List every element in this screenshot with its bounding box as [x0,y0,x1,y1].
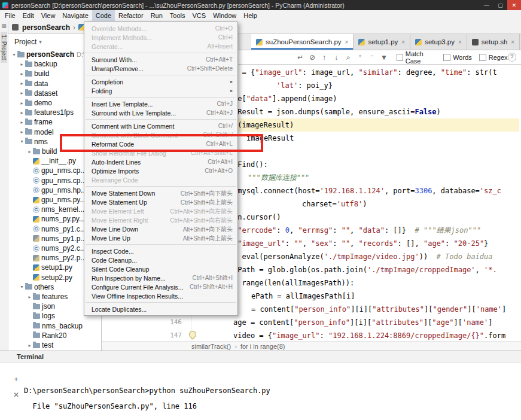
option-match-case[interactable]: Match Case [397,50,436,65]
menu-tools[interactable]: Tools [166,10,189,21]
menu-item-completion[interactable]: Completion▸ [84,77,237,86]
menu-item-show-reformat-file-dialog[interactable]: Show Reformat File DialogCtrl+Alt+Shift+… [84,148,237,157]
menu-item-insert-live-template[interactable]: Insert Live Template...Ctrl+J [84,99,237,108]
tab-setup-sh[interactable]: setup.sh× [467,34,520,50]
collapsed-arrow-icon[interactable]: ▸ [19,90,25,96]
menu-view[interactable]: View [38,10,59,21]
menu-item-comment-with-block-comment[interactable]: Comment with Block CommentCtrl+Shift+/ [84,130,237,139]
menu-item-move-element-right[interactable]: Move Element RightCtrl+Alt+Shift+向右箭头 [84,215,237,224]
tab-setup1-py[interactable]: setup1.py× [354,34,410,50]
checkbox-icon[interactable] [397,54,403,61]
menu-item-move-line-down[interactable]: Move Line DownAlt+Shift+向下箭头 [84,224,237,233]
tab-setup3-py[interactable]: setup3.py× [410,34,467,50]
collapsed-arrow-icon[interactable]: ▸ [19,62,25,67]
menu-item-surround-with[interactable]: Surround With...Ctrl+Alt+T [84,55,237,64]
expanded-arrow-icon[interactable]: ▾ [11,52,17,57]
tab-close-icon[interactable]: × [345,39,349,45]
checkbox-icon[interactable] [443,54,450,61]
code-line: nn.cursor() [233,211,281,224]
menu-item-override-methods[interactable]: Override Methods...Ctrl+O [84,24,237,33]
checkbox-icon[interactable] [479,54,486,61]
find-all-icon[interactable]: ⌕ [344,53,352,62]
close-button[interactable]: ✕ [507,0,521,10]
expanded-arrow-icon[interactable]: ▾ [19,139,25,144]
menu-item-implement-methods[interactable]: Implement Methods...Ctrl+I [84,33,237,42]
collapsed-arrow-icon[interactable]: ▸ [19,81,25,86]
tree-item-test[interactable]: ▸test [8,340,101,350]
menu-item-view-offline-inspection-results[interactable]: View Offline Inspection Results... [84,291,237,300]
terminal-add-button[interactable]: + [12,375,20,384]
menu-item-run-inspection-by-name[interactable]: Run Inspection by Name...Ctrl+Alt+Shift+… [84,273,237,282]
terminal-close-button[interactable]: ✕ [12,391,20,399]
collapsed-arrow-icon[interactable]: ▸ [26,149,33,154]
collapsed-arrow-icon[interactable]: ▸ [26,294,33,300]
collapsed-arrow-icon[interactable]: ▸ [19,129,25,135]
menu-item-reformat-code[interactable]: Reformat CodeCtrl+Alt+L [84,139,237,148]
clear-icon[interactable]: ⊘ [308,53,316,62]
menu-item-move-element-left[interactable]: Move Element LeftCtrl+Alt+Shift+向左箭头 [84,206,237,215]
menu-help[interactable]: Help [240,10,261,21]
option-words[interactable]: Words [443,54,472,61]
collapsed-arrow-icon[interactable]: ▸ [19,71,25,77]
code-token: : [320,331,328,340]
menu-refactor[interactable]: Refactor [115,10,147,21]
tree-item-label: nums_py2.p... [41,254,86,262]
expanded-arrow-icon[interactable]: ▾ [19,284,25,290]
menu-window[interactable]: Window [209,10,240,21]
menu-vcs[interactable]: VCS [189,10,210,21]
menu-code[interactable]: Code [92,10,115,21]
menu-item-surround-with-live-template[interactable]: Surround with Live Template...Ctrl+Alt+J [84,108,237,117]
option-label: Regex [489,54,508,61]
menu-navigate[interactable]: Navigate [59,10,92,21]
breadcrumb-item-for-i-in-range-8[interactable]: for i in range(8) [240,343,285,350]
code-token: = content[ [251,305,294,314]
menu-item-move-statement-up[interactable]: Move Statement UpCtrl+Shift+向上箭头 [84,197,237,206]
prev-occurrence-icon[interactable]: ↑ [320,53,328,62]
tool-windows-icon[interactable]: ▦ [1,23,7,29]
tab-close-icon[interactable]: × [458,39,462,45]
help-icon[interactable]: ? [508,53,516,62]
menu-item-inspect-code[interactable]: Inspect Code... [84,246,237,255]
menu-item-generate[interactable]: Generate...Alt+Insert [84,42,237,51]
collapsed-arrow-icon[interactable]: ▸ [19,101,25,106]
menu-item-auto-indent-lines[interactable]: Auto-Indent LinesCtrl+Alt+I [84,157,237,166]
code-token: "image_url" [237,239,285,248]
filter-icon[interactable]: ▼ [380,53,388,62]
option-regex[interactable]: Regex [479,54,508,61]
menu-file[interactable]: File [1,10,19,21]
tree-item-nms-backup[interactable]: nms_backup [8,321,101,331]
menu-item-rearrange-code[interactable]: Rearrange Code [84,175,237,184]
menu-item-folding[interactable]: Folding▸ [84,86,237,95]
terminal-header[interactable]: Terminal [0,351,521,363]
newline-icon[interactable]: ↵ [296,53,304,62]
breadcrumb-item-similartrack[interactable]: similarTrack() [191,343,231,350]
tab-close-icon[interactable]: × [401,39,405,45]
menu-item-comment-with-line-comment[interactable]: Comment with Line CommentCtrl+/ [84,121,237,130]
next-occurrence-icon[interactable]: ↓ [332,53,340,62]
menu-item-optimize-imports[interactable]: Optimize ImportsCtrl+Alt+O [84,166,237,175]
tree-item-rank20[interactable]: Rank20 [8,331,101,340]
menu-item-unwrap-remove[interactable]: Unwrap/Remove...Ctrl+Shift+Delete [84,64,237,73]
menu-item-locate-duplicates[interactable]: Locate Duplicates... [84,305,237,314]
minimize-button[interactable]: — [480,0,493,10]
maximize-button[interactable]: ▢ [493,0,507,10]
collapsed-arrow-icon[interactable]: ▸ [19,110,25,115]
collapsed-arrow-icon[interactable]: ▸ [26,343,33,348]
collapsed-arrow-icon[interactable]: ▸ [19,120,25,125]
menu-run[interactable]: Run [147,10,166,21]
menu-separator [84,95,237,99]
exclude-occurrence-icon[interactable]: ⁻ [368,53,376,62]
menu-separator [84,300,237,305]
tab-close-icon[interactable]: × [511,39,514,45]
menu-item-move-statement-down[interactable]: Move Statement DownCtrl+Shift+向下箭头 [84,188,237,197]
add-occurrence-icon[interactable]: ⁺ [356,53,364,62]
menu-item-code-cleanup[interactable]: Code Cleanup... [84,255,237,264]
tab-suzhoupersonsearch-py[interactable]: suZhouPersonSearch.py× [251,34,354,50]
menu-separator [84,242,237,246]
project-tool-button[interactable]: 1: Project [1,32,7,63]
menu-item-move-line-up[interactable]: Move Line UpAlt+Shift+向上箭头 [84,233,237,242]
breadcrumb-project[interactable]: personSearch [22,23,70,32]
menu-item-silent-code-cleanup[interactable]: Silent Code Cleanup [84,264,237,273]
menu-item-configure-current-file-analysis[interactable]: Configure Current File Analysis...Ctrl+S… [84,282,237,291]
menu-edit[interactable]: Edit [19,10,38,21]
